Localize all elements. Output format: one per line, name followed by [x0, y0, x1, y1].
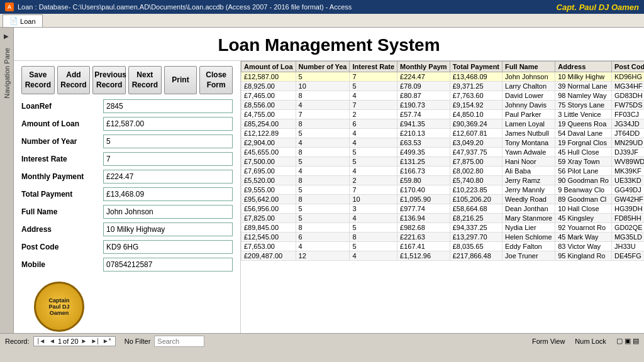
table-row[interactable]: £2,904.0044£63.53£3,049.20Tony Montana19…	[242, 138, 645, 148]
nav-pane-label: Navigation Pane	[3, 48, 11, 99]
table-row[interactable]: £4,755.0072£57.74£4,850.10Paul Parker3 L…	[242, 110, 645, 119]
table-row[interactable]: £12,545.0068£221.63£13,297.70Helen Schlo…	[242, 233, 645, 242]
table-cell: £9,154.92	[450, 101, 502, 110]
table-cell: £8,002.80	[450, 167, 502, 176]
table-cell: 2	[350, 176, 397, 185]
table-cell: 7	[350, 185, 397, 195]
form-row-mobile: Mobile	[21, 258, 233, 272]
table-cell: 7	[350, 101, 397, 110]
table-cell: MG35LD	[611, 233, 644, 242]
field-input-address[interactable]	[103, 222, 233, 236]
nav-first[interactable]: |◄	[36, 337, 47, 344]
table-cell: 45 Hull Close	[555, 148, 612, 157]
table-cell: 5	[350, 223, 397, 233]
form-row-loanref: LoanRef	[21, 99, 233, 113]
field-input-full-name[interactable]	[103, 205, 233, 219]
field-input-interest-rate[interactable]	[103, 152, 233, 166]
save-record-button[interactable]: Save Record	[21, 66, 55, 94]
table-row[interactable]: £209,487.00124£1,512.96£217,866.48Joe Tr…	[242, 251, 645, 261]
table-cell: KD96HG	[611, 72, 644, 82]
table-cell: 4	[350, 251, 397, 261]
nav-next[interactable]: ►	[80, 337, 89, 344]
record-nav[interactable]: |◄ ◄ 1 of 20 ► ►| ►*	[33, 336, 116, 346]
table-row[interactable]: £89,845.0085£982.68£94,337.25Nydia Lier9…	[242, 223, 645, 233]
table-row[interactable]: £45,655.0085£499.35£47,937.75Yawn Adwale…	[242, 148, 645, 157]
field-input-loanref[interactable]	[103, 99, 233, 113]
navigation-pane[interactable]: ▶ Navigation Pane	[0, 28, 14, 333]
table-row[interactable]: £7,465.0084£80.87£7,763.60David Lower98 …	[242, 91, 645, 101]
table-cell: 10 Hall Close	[555, 204, 612, 214]
field-input-mobile[interactable]	[103, 258, 233, 272]
table-cell: 2	[350, 110, 397, 119]
field-input-post-code[interactable]	[103, 240, 233, 254]
nav-new[interactable]: ►*	[101, 337, 113, 344]
table-row[interactable]: £95,642.00810£1,095.90£105,206.20Weedly …	[242, 195, 645, 204]
field-input-number-of-year[interactable]	[103, 134, 233, 148]
table-cell: HG39DH	[611, 204, 644, 214]
add-record-button[interactable]: Add Record	[57, 66, 91, 94]
table-row[interactable]: £8,556.0047£190.73£9,154.92Johnny Davis7…	[242, 101, 645, 110]
table-cell: 59 Xray Town	[555, 157, 612, 167]
table-row[interactable]: £7,653.0045£167.41£8,035.65Eddy Falton83…	[242, 242, 645, 251]
field-label-3: Interest Rate	[21, 155, 103, 163]
main-container: ▶ Navigation Pane Loan Management System…	[0, 28, 644, 333]
table-cell: GG49DJ	[611, 185, 644, 195]
table-row[interactable]: £9,555.0057£170.40£10,223.85Jerry Mannly…	[242, 185, 645, 195]
table-cell: 3 Little Venice	[555, 110, 612, 119]
nav-pane-toggle[interactable]: ▶	[4, 33, 10, 39]
table-row[interactable]: £7,825.0054£136.94£8,216.25Mary Stanmore…	[242, 214, 645, 223]
close-form-button[interactable]: Close Form	[199, 66, 233, 94]
table-cell: 3	[350, 204, 397, 214]
table-row[interactable]: £12,587.0057£224.47£13,468.09John Johnso…	[242, 72, 645, 82]
field-input-amount-of-loan[interactable]	[103, 117, 233, 131]
nav-last[interactable]: ►|	[89, 337, 100, 344]
table-cell: DJ39JF	[611, 148, 644, 157]
table-cell: £45,655.00	[242, 148, 296, 157]
field-label-8: Post Code	[21, 243, 103, 251]
table-cell: Helen Schlome	[502, 233, 555, 242]
form-row-monthly-payment: Monthly Payment	[21, 170, 233, 184]
table-row[interactable]: £12,122.8954£210.13£12,607.81James Nutbu…	[242, 129, 645, 138]
logo-area: Captain Paul DJ Oamen	[21, 275, 233, 332]
table-row[interactable]: £7,695.0044£166.73£8,002.80Ali Baba56 Pi…	[242, 167, 645, 176]
column-header: Address	[555, 62, 612, 72]
table-cell: £190.73	[397, 101, 450, 110]
table-cell: 90 Goodman Ro	[555, 176, 612, 185]
table-cell: £4,755.00	[242, 110, 296, 119]
nav-prev[interactable]: ◄	[48, 337, 57, 344]
table-row[interactable]: £85,254.0086£941.35£90,369.24Lamen Loyal…	[242, 119, 645, 129]
column-header: Total Payment	[450, 62, 502, 72]
table-row[interactable]: £8,925.00105£78.09£9,371.25Larry Chalton…	[242, 82, 645, 91]
table-cell: Jerry Mannly	[502, 185, 555, 195]
loan-tab[interactable]: 📄 Loan	[3, 14, 43, 27]
table-cell: UE33KD	[611, 176, 644, 185]
table-cell: 10	[350, 195, 397, 204]
form-row-interest-rate: Interest Rate	[21, 152, 233, 166]
field-input-total-payment[interactable]	[103, 187, 233, 201]
table-cell: 4	[296, 167, 350, 176]
status-bar: Record: |◄ ◄ 1 of 20 ► ►| ►* No Filter F…	[0, 333, 644, 348]
next-record-button[interactable]: Next Record	[128, 66, 162, 94]
form-title: Loan Management System	[14, 28, 644, 61]
table-cell: £85,254.00	[242, 119, 296, 129]
print-button[interactable]: Print	[164, 66, 197, 94]
table-cell: DE45FG	[611, 251, 644, 261]
table-row[interactable]: £56,956.0053£977.74£58,664.68Dean Jontha…	[242, 204, 645, 214]
table-cell: 5	[350, 242, 397, 251]
table-row[interactable]: £5,520.0082£59.80£5,740.80Jerry Ramz90 G…	[242, 176, 645, 185]
layout-icons: ▢ ▣ ▤	[616, 337, 639, 345]
form-area: Loan Management System Save Record Add R…	[14, 28, 644, 333]
search-input[interactable]	[154, 336, 204, 347]
table-cell: John Johnson	[502, 72, 555, 82]
field-label-4: Monthly Payment	[21, 172, 103, 181]
previous-record-button[interactable]: Previous Record	[92, 66, 126, 94]
table-cell: JT64DD	[611, 129, 644, 138]
table-cell: 8	[296, 91, 350, 101]
table-cell: 5	[350, 157, 397, 167]
table-cell: £209,487.00	[242, 251, 296, 261]
field-label-1: Amount of Loan	[21, 119, 103, 128]
table-cell: GD02QE	[611, 223, 644, 233]
field-input-monthly-payment[interactable]	[103, 170, 233, 184]
table-cell: £7,500.00	[242, 157, 296, 167]
table-row[interactable]: £7,500.0055£131.25£7,875.00Hani Noor59 X…	[242, 157, 645, 167]
